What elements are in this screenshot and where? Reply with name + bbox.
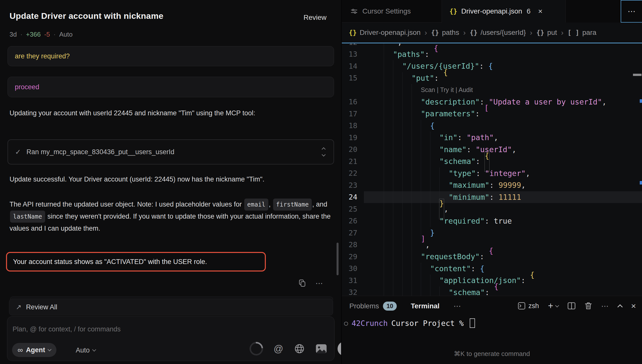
split-terminal-icon[interactable]	[568, 302, 576, 310]
code-token: {	[494, 282, 499, 296]
maximize-panel-icon[interactable]	[617, 304, 623, 309]
indent-guide	[384, 132, 393, 144]
problems-count-badge: 10	[383, 302, 397, 311]
indent-guide	[384, 239, 393, 251]
line-number: 30	[342, 264, 364, 273]
indent-guide	[412, 203, 421, 215]
code-line[interactable]: 13"paths": {	[342, 48, 642, 60]
model-dropdown[interactable]: Auto	[76, 346, 96, 354]
breadcrumb-item-put[interactable]: {} put	[536, 29, 557, 37]
code-line[interactable]: 25},	[342, 203, 642, 215]
code-token: "application/json"	[439, 276, 521, 285]
indent-guide	[430, 191, 439, 203]
codelens-actions[interactable]: Scan | Try it | Audit	[421, 86, 473, 94]
app-window: Update Driver account with nickname Revi…	[0, 0, 642, 364]
code-line[interactable]: 14"/users/{userId}": {	[342, 60, 642, 72]
indent-guide	[384, 287, 393, 296]
expand-collapse-icon[interactable]	[322, 148, 325, 156]
globe-icon[interactable]	[294, 343, 305, 354]
breadcrumb-item-users-userid[interactable]: {} /users/{userId}	[470, 29, 526, 37]
code-token: :	[485, 288, 494, 296]
close-panel-icon[interactable]: ×	[631, 301, 636, 311]
tab-problems[interactable]: Problems 10	[349, 302, 397, 311]
code-token: {	[488, 62, 493, 70]
code-token: "in"	[439, 133, 457, 142]
breadcrumb-item-paths[interactable]: {} paths	[431, 29, 459, 37]
code-line[interactable]: 30"content": {	[342, 263, 642, 275]
agent-mode-dropdown[interactable]: ∞ Agent	[12, 343, 56, 357]
code-token: {	[430, 121, 435, 130]
code-line[interactable]: 12],	[342, 43, 642, 48]
code-editor[interactable]: 12],13"paths": {14"/users/{userId}": {15…	[342, 43, 642, 296]
chat-scrollbar[interactable]	[337, 243, 339, 275]
tab-cursor-settings[interactable]: Cursor Settings	[342, 0, 442, 23]
code-token: "requestBody"	[421, 252, 480, 261]
copy-icon[interactable]	[298, 279, 306, 287]
review-button[interactable]: Review	[303, 14, 327, 22]
code-line[interactable]: 20"name": "userId",	[342, 144, 642, 156]
panel-more-tabs-icon[interactable]: ⋯	[454, 302, 462, 310]
code-line[interactable]: 24"minimum": 11111	[342, 191, 642, 203]
code-line[interactable]: 21"schema": {	[342, 155, 642, 167]
panel-more-actions-icon[interactable]: ⋯	[601, 302, 609, 310]
indent-guide	[384, 275, 393, 287]
codelens-row[interactable]: Scan | Try it | Audit	[342, 84, 642, 96]
overview-ruler-cursor-mark	[640, 181, 642, 185]
indent-guide	[402, 144, 412, 156]
close-tab-icon[interactable]: ×	[538, 7, 543, 16]
code-token: "put"	[412, 74, 434, 82]
mcp-tool-run-box[interactable]: ✓ Ran my_mcp_space_830436_put__users_use…	[8, 139, 334, 164]
line-number: 22	[342, 169, 364, 177]
code-token: "path"	[466, 133, 494, 142]
chat-title: Update Driver account with nickname	[10, 11, 164, 21]
code-token: "content"	[430, 264, 471, 273]
new-terminal-button[interactable]: +	[548, 301, 558, 310]
kill-terminal-trash-icon[interactable]	[585, 302, 592, 310]
code-line[interactable]: 31"application/json": {	[342, 275, 642, 287]
mention-icon[interactable]: @	[274, 343, 283, 354]
tab-terminal[interactable]: Terminal	[411, 302, 440, 310]
code-token: 99999	[499, 181, 521, 190]
line-number: 31	[342, 276, 364, 285]
indent-guide	[393, 96, 402, 108]
image-icon[interactable]	[315, 344, 327, 354]
code-line[interactable]: 22"type": "integer",	[342, 167, 642, 179]
line-number: 18	[342, 121, 364, 130]
breadcrumb-item-file[interactable]: {} Driver-openapi.json	[349, 29, 421, 37]
code-line[interactable]: 27}	[342, 227, 642, 239]
code-line[interactable]: 15"put": {	[342, 72, 642, 84]
indent-guide	[412, 239, 421, 251]
code-line[interactable]: 18{	[342, 120, 642, 132]
indent-guide	[393, 60, 402, 72]
arrow-up-right-icon: ↗	[16, 303, 22, 311]
editor-tab-bar: Cursor Settings {} Driver-openapi.json 6…	[342, 0, 642, 23]
indent-guide	[430, 275, 439, 287]
review-all-button[interactable]: ↗ Review All	[9, 299, 333, 315]
code-line[interactable]: 16"description": "Update a user by userI…	[342, 96, 642, 108]
breadcrumb-label: /users/{userId}	[480, 29, 526, 37]
line-number: 15	[342, 74, 364, 82]
indent-guide	[412, 263, 421, 275]
code-token: "maximum"	[449, 181, 490, 190]
message-actions: ⋯	[298, 279, 324, 288]
code-line[interactable]: 19"in": "path",	[342, 132, 642, 144]
code-line[interactable]: 23"maximum": 99999,	[342, 179, 642, 191]
breadcrumb-item-parameters[interactable]: [ ] para	[568, 29, 596, 37]
code-line[interactable]: 17"parameters": [	[342, 108, 642, 120]
line-number: 26	[342, 217, 364, 225]
indent-guide	[384, 227, 393, 239]
code-line[interactable]: 29"requestBody": {	[342, 251, 642, 263]
indent-guide	[412, 191, 421, 203]
code-line[interactable]: 26"required": true	[342, 215, 642, 227]
editor-more-actions-button[interactable]: ⋯	[621, 0, 642, 23]
paragraph-text: , and	[312, 201, 327, 208]
indent-guide	[393, 287, 402, 296]
indent-guide	[393, 215, 402, 227]
more-options-icon[interactable]: ⋯	[315, 279, 324, 288]
code-token: "required"	[439, 217, 485, 225]
terminal-profile-button[interactable]: zsh	[518, 302, 539, 310]
code-lines[interactable]: 12],13"paths": {14"/users/{userId}": {15…	[342, 43, 642, 296]
tab-driver-openapi[interactable]: {} Driver-openapi.json 6 ×	[442, 0, 566, 23]
code-line[interactable]: 32"schema": {	[342, 287, 642, 296]
additions-count: +366	[26, 31, 41, 38]
